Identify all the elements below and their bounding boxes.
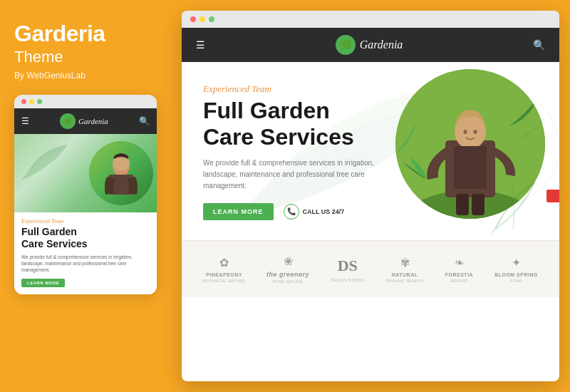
- forestia-icon: ❧: [455, 256, 464, 269]
- forestia-sub: RESORT: [450, 279, 468, 283]
- mobile-experienced-label: Experienced Team: [21, 218, 150, 225]
- mobile-title-line2: Care Services: [21, 238, 88, 249]
- partner-natural: ✾ NATURAL ORGANIC BEAUTY: [385, 256, 423, 283]
- svg-point-10: [474, 130, 477, 134]
- mobile-hero-circle: [89, 141, 153, 205]
- mobile-leaf-deco: [18, 141, 82, 184]
- bloom-icon: ✦: [512, 256, 521, 269]
- mobile-hero-title: Full Garden Care Services: [21, 226, 150, 250]
- brand-subtitle: Theme: [14, 48, 105, 66]
- pine-peony-icon: ✿: [219, 256, 229, 269]
- mobile-logo-icon: 🌿: [63, 118, 72, 125]
- mobile-title-line1: Full Garden: [21, 226, 77, 237]
- dot-green: [37, 99, 42, 104]
- svg-rect-13: [472, 194, 484, 215]
- svg-point-9: [464, 130, 467, 134]
- hero-text-area: Experienced Team Full Garden Care Servic…: [203, 83, 403, 220]
- partners-strip: ✿ PINE&PEONY BOTANICAL NATURE ❀ the gree…: [182, 240, 559, 297]
- svg-rect-11: [454, 146, 487, 189]
- natural-name: NATURAL: [392, 272, 418, 277]
- learn-more-button[interactable]: LEARN MORE: [203, 203, 274, 220]
- hero-description: We provide full & comprehensive services…: [203, 158, 374, 192]
- hero-title: Full Garden Care Services: [203, 98, 403, 150]
- brand-name: Garderia Theme By WebGeniusLab: [14, 21, 105, 81]
- phone-icon: 📞: [284, 204, 299, 220]
- mobile-logo: 🌿 Gardenia: [60, 113, 108, 129]
- brand-author: By WebGeniusLab: [14, 71, 105, 81]
- hero-title-line2: Care Services: [203, 124, 354, 150]
- call-button[interactable]: 📞 CALL US 24/7: [284, 204, 345, 220]
- forestia-name: FORESTIA: [445, 272, 473, 277]
- desktop-logo-icon: 🌿: [340, 39, 351, 51]
- mobile-search-icon: 🔍: [139, 116, 150, 127]
- svg-rect-12: [456, 194, 469, 215]
- svg-point-8: [455, 115, 486, 149]
- hamburger-icon: ☰: [21, 116, 29, 127]
- desktop-hamburger-icon: ☰: [196, 39, 205, 51]
- desktop-dot-green: [209, 16, 214, 22]
- natural-icon: ✾: [400, 256, 410, 269]
- bloom-name: BLOOM SPRING: [494, 272, 538, 277]
- experienced-label: Experienced Team: [203, 83, 403, 95]
- greenery-sub: PURE NATURE: [273, 279, 303, 284]
- desktop-hero: Experienced Team Full Garden Care Servic…: [182, 62, 559, 240]
- greenery-name: the greenery: [266, 271, 309, 278]
- svg-point-3: [114, 156, 128, 170]
- red-accent-square: [546, 190, 559, 202]
- mobile-logo-circle: 🌿: [60, 113, 76, 129]
- ds-sub: DESIGN STUDIO: [331, 278, 364, 282]
- hero-title-line1: Full Garden: [203, 98, 330, 123]
- desktop-mockup: ☰ 🌿 Gardenia 🔍 Experienced Team Full Gar…: [182, 11, 559, 381]
- call-label: CALL US 24/7: [303, 208, 345, 215]
- natural-sub: ORGANIC BEAUTY: [385, 279, 423, 283]
- mobile-description: We provide full & comprehensive services…: [21, 254, 150, 273]
- mobile-nav: ☰ 🌿 Gardenia 🔍: [14, 108, 157, 134]
- bloom-sub: FUND: [510, 279, 522, 283]
- pine-peony-name: PINE&PEONY: [206, 272, 242, 277]
- desktop-dot-red: [190, 16, 196, 22]
- desktop-logo: 🌿 Gardenia: [336, 35, 403, 55]
- partner-greenery: ❀ the greenery PURE NATURE: [266, 254, 309, 284]
- partner-ds: DS DESIGN STUDIO: [331, 257, 364, 282]
- desktop-search-icon: 🔍: [533, 39, 545, 51]
- left-panel: Garderia Theme By WebGeniusLab ☰ 🌿 Garde…: [0, 0, 175, 392]
- brand-title: Garderia: [14, 21, 105, 46]
- leaf-decoration: [488, 180, 538, 237]
- pine-peony-sub: BOTANICAL NATURE: [203, 279, 245, 283]
- dot-yellow: [29, 99, 34, 104]
- partner-forestia: ❧ FORESTIA RESORT: [445, 256, 473, 283]
- desktop-dot-yellow: [200, 16, 205, 22]
- partner-bloom: ✦ BLOOM SPRING FUND: [494, 256, 538, 283]
- mobile-mockup: ☰ 🌿 Gardenia 🔍: [14, 95, 157, 294]
- mobile-person-svg: [93, 145, 150, 202]
- partner-pine-peony: ✿ PINE&PEONY BOTANICAL NATURE: [203, 256, 245, 283]
- hero-buttons: LEARN MORE 📞 CALL US 24/7: [203, 203, 403, 220]
- mobile-content: Experienced Team Full Garden Care Servic…: [14, 212, 157, 294]
- mobile-dots-bar: [14, 95, 157, 108]
- greenery-icon: ❀: [284, 254, 293, 268]
- dot-red: [21, 99, 26, 104]
- desktop-logo-text: Gardenia: [360, 38, 403, 51]
- mobile-hero-image: [14, 134, 157, 212]
- mobile-logo-text: Gardenia: [78, 117, 108, 125]
- ds-icon: DS: [338, 257, 358, 275]
- desktop-nav: ☰ 🌿 Gardenia 🔍: [182, 28, 559, 62]
- desktop-dots-bar: [182, 11, 559, 28]
- desktop-logo-circle: 🌿: [336, 35, 356, 55]
- mobile-learn-btn[interactable]: LEARN MORE: [21, 279, 65, 287]
